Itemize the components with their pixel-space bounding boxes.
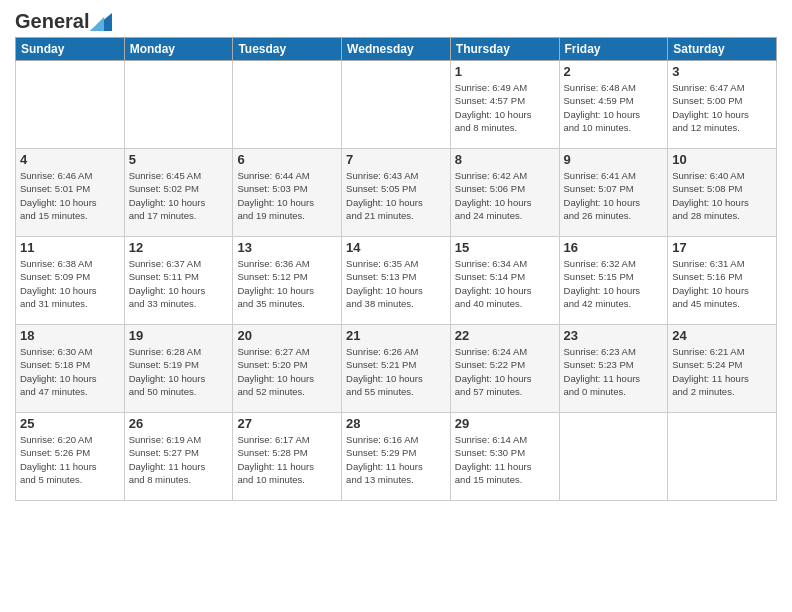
day-number: 6	[237, 152, 337, 167]
day-info: Sunrise: 6:41 AM Sunset: 5:07 PM Dayligh…	[564, 169, 664, 222]
day-info: Sunrise: 6:23 AM Sunset: 5:23 PM Dayligh…	[564, 345, 664, 398]
calendar-cell: 13Sunrise: 6:36 AM Sunset: 5:12 PM Dayli…	[233, 237, 342, 325]
day-number: 26	[129, 416, 229, 431]
day-info: Sunrise: 6:27 AM Sunset: 5:20 PM Dayligh…	[237, 345, 337, 398]
day-number: 18	[20, 328, 120, 343]
calendar-week-4: 18Sunrise: 6:30 AM Sunset: 5:18 PM Dayli…	[16, 325, 777, 413]
day-number: 19	[129, 328, 229, 343]
calendar-cell: 21Sunrise: 6:26 AM Sunset: 5:21 PM Dayli…	[342, 325, 451, 413]
day-number: 29	[455, 416, 555, 431]
day-number: 3	[672, 64, 772, 79]
calendar-cell	[668, 413, 777, 501]
calendar-cell: 6Sunrise: 6:44 AM Sunset: 5:03 PM Daylig…	[233, 149, 342, 237]
calendar-cell	[124, 61, 233, 149]
calendar-week-3: 11Sunrise: 6:38 AM Sunset: 5:09 PM Dayli…	[16, 237, 777, 325]
calendar-cell: 26Sunrise: 6:19 AM Sunset: 5:27 PM Dayli…	[124, 413, 233, 501]
weekday-header-monday: Monday	[124, 38, 233, 61]
calendar-cell: 25Sunrise: 6:20 AM Sunset: 5:26 PM Dayli…	[16, 413, 125, 501]
svg-marker-1	[90, 17, 104, 31]
day-info: Sunrise: 6:38 AM Sunset: 5:09 PM Dayligh…	[20, 257, 120, 310]
day-info: Sunrise: 6:32 AM Sunset: 5:15 PM Dayligh…	[564, 257, 664, 310]
day-number: 9	[564, 152, 664, 167]
day-number: 2	[564, 64, 664, 79]
day-info: Sunrise: 6:26 AM Sunset: 5:21 PM Dayligh…	[346, 345, 446, 398]
day-info: Sunrise: 6:16 AM Sunset: 5:29 PM Dayligh…	[346, 433, 446, 486]
day-number: 13	[237, 240, 337, 255]
calendar-cell: 2Sunrise: 6:48 AM Sunset: 4:59 PM Daylig…	[559, 61, 668, 149]
calendar-cell: 16Sunrise: 6:32 AM Sunset: 5:15 PM Dayli…	[559, 237, 668, 325]
day-number: 1	[455, 64, 555, 79]
calendar-cell: 14Sunrise: 6:35 AM Sunset: 5:13 PM Dayli…	[342, 237, 451, 325]
calendar-cell	[16, 61, 125, 149]
day-number: 12	[129, 240, 229, 255]
calendar-cell: 15Sunrise: 6:34 AM Sunset: 5:14 PM Dayli…	[450, 237, 559, 325]
calendar-cell: 18Sunrise: 6:30 AM Sunset: 5:18 PM Dayli…	[16, 325, 125, 413]
day-number: 5	[129, 152, 229, 167]
day-info: Sunrise: 6:17 AM Sunset: 5:28 PM Dayligh…	[237, 433, 337, 486]
calendar-cell: 28Sunrise: 6:16 AM Sunset: 5:29 PM Dayli…	[342, 413, 451, 501]
calendar-cell: 17Sunrise: 6:31 AM Sunset: 5:16 PM Dayli…	[668, 237, 777, 325]
calendar-cell: 19Sunrise: 6:28 AM Sunset: 5:19 PM Dayli…	[124, 325, 233, 413]
day-info: Sunrise: 6:19 AM Sunset: 5:27 PM Dayligh…	[129, 433, 229, 486]
calendar-cell: 3Sunrise: 6:47 AM Sunset: 5:00 PM Daylig…	[668, 61, 777, 149]
calendar-cell: 24Sunrise: 6:21 AM Sunset: 5:24 PM Dayli…	[668, 325, 777, 413]
calendar-cell: 29Sunrise: 6:14 AM Sunset: 5:30 PM Dayli…	[450, 413, 559, 501]
day-info: Sunrise: 6:40 AM Sunset: 5:08 PM Dayligh…	[672, 169, 772, 222]
calendar-cell: 4Sunrise: 6:46 AM Sunset: 5:01 PM Daylig…	[16, 149, 125, 237]
calendar-cell: 27Sunrise: 6:17 AM Sunset: 5:28 PM Dayli…	[233, 413, 342, 501]
day-info: Sunrise: 6:24 AM Sunset: 5:22 PM Dayligh…	[455, 345, 555, 398]
day-info: Sunrise: 6:21 AM Sunset: 5:24 PM Dayligh…	[672, 345, 772, 398]
calendar-cell: 20Sunrise: 6:27 AM Sunset: 5:20 PM Dayli…	[233, 325, 342, 413]
day-info: Sunrise: 6:34 AM Sunset: 5:14 PM Dayligh…	[455, 257, 555, 310]
day-info: Sunrise: 6:46 AM Sunset: 5:01 PM Dayligh…	[20, 169, 120, 222]
day-info: Sunrise: 6:37 AM Sunset: 5:11 PM Dayligh…	[129, 257, 229, 310]
calendar-cell: 8Sunrise: 6:42 AM Sunset: 5:06 PM Daylig…	[450, 149, 559, 237]
weekday-header-friday: Friday	[559, 38, 668, 61]
day-number: 22	[455, 328, 555, 343]
weekday-header-saturday: Saturday	[668, 38, 777, 61]
calendar-cell	[559, 413, 668, 501]
day-info: Sunrise: 6:31 AM Sunset: 5:16 PM Dayligh…	[672, 257, 772, 310]
day-number: 17	[672, 240, 772, 255]
day-info: Sunrise: 6:43 AM Sunset: 5:05 PM Dayligh…	[346, 169, 446, 222]
day-number: 4	[20, 152, 120, 167]
weekday-header-row: SundayMondayTuesdayWednesdayThursdayFrid…	[16, 38, 777, 61]
day-number: 16	[564, 240, 664, 255]
day-number: 11	[20, 240, 120, 255]
day-number: 8	[455, 152, 555, 167]
day-info: Sunrise: 6:44 AM Sunset: 5:03 PM Dayligh…	[237, 169, 337, 222]
day-info: Sunrise: 6:20 AM Sunset: 5:26 PM Dayligh…	[20, 433, 120, 486]
day-info: Sunrise: 6:48 AM Sunset: 4:59 PM Dayligh…	[564, 81, 664, 134]
day-info: Sunrise: 6:49 AM Sunset: 4:57 PM Dayligh…	[455, 81, 555, 134]
day-number: 20	[237, 328, 337, 343]
calendar-week-1: 1Sunrise: 6:49 AM Sunset: 4:57 PM Daylig…	[16, 61, 777, 149]
calendar-cell: 22Sunrise: 6:24 AM Sunset: 5:22 PM Dayli…	[450, 325, 559, 413]
day-number: 21	[346, 328, 446, 343]
calendar-cell: 10Sunrise: 6:40 AM Sunset: 5:08 PM Dayli…	[668, 149, 777, 237]
calendar-week-2: 4Sunrise: 6:46 AM Sunset: 5:01 PM Daylig…	[16, 149, 777, 237]
day-number: 15	[455, 240, 555, 255]
calendar-cell: 12Sunrise: 6:37 AM Sunset: 5:11 PM Dayli…	[124, 237, 233, 325]
logo-icon	[90, 13, 112, 31]
day-number: 23	[564, 328, 664, 343]
day-info: Sunrise: 6:28 AM Sunset: 5:19 PM Dayligh…	[129, 345, 229, 398]
calendar-cell: 1Sunrise: 6:49 AM Sunset: 4:57 PM Daylig…	[450, 61, 559, 149]
day-number: 25	[20, 416, 120, 431]
calendar-cell	[342, 61, 451, 149]
day-info: Sunrise: 6:36 AM Sunset: 5:12 PM Dayligh…	[237, 257, 337, 310]
weekday-header-wednesday: Wednesday	[342, 38, 451, 61]
day-number: 14	[346, 240, 446, 255]
weekday-header-tuesday: Tuesday	[233, 38, 342, 61]
calendar-cell: 11Sunrise: 6:38 AM Sunset: 5:09 PM Dayli…	[16, 237, 125, 325]
logo: General	[15, 10, 112, 29]
day-info: Sunrise: 6:47 AM Sunset: 5:00 PM Dayligh…	[672, 81, 772, 134]
calendar-week-5: 25Sunrise: 6:20 AM Sunset: 5:26 PM Dayli…	[16, 413, 777, 501]
calendar-cell: 7Sunrise: 6:43 AM Sunset: 5:05 PM Daylig…	[342, 149, 451, 237]
page-header: General	[15, 10, 777, 29]
calendar-cell: 9Sunrise: 6:41 AM Sunset: 5:07 PM Daylig…	[559, 149, 668, 237]
day-number: 24	[672, 328, 772, 343]
day-number: 27	[237, 416, 337, 431]
day-number: 10	[672, 152, 772, 167]
calendar-table: SundayMondayTuesdayWednesdayThursdayFrid…	[15, 37, 777, 501]
logo-general: General	[15, 10, 89, 33]
